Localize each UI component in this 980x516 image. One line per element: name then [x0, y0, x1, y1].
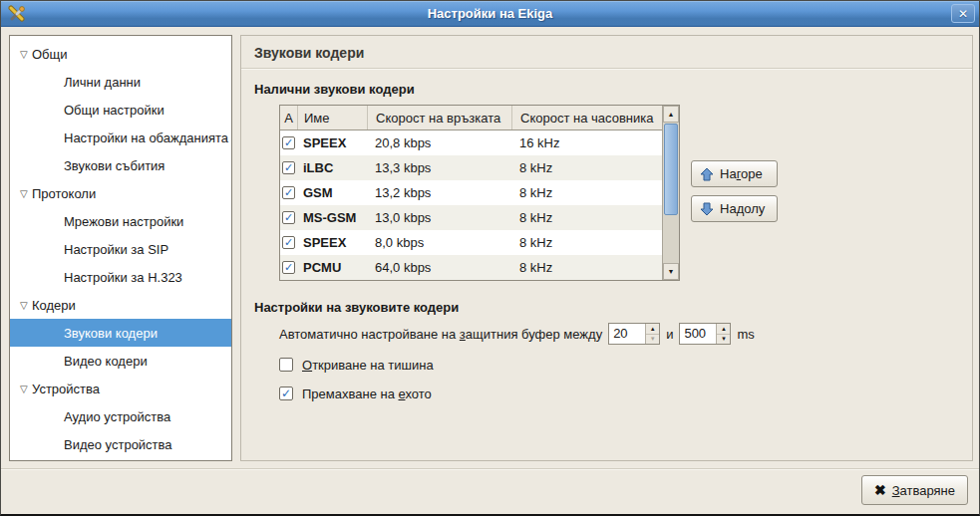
- jitter-buffer-row: Автоматично настройване на защитния буфе…: [279, 323, 972, 345]
- preferences-tree: ▽ Общи Лични данни Общи настройки Настро…: [9, 35, 232, 461]
- column-header-clock-rate[interactable]: Скорост на часовника: [511, 106, 662, 129]
- sidebar-item-video-codecs[interactable]: Видео кодери: [10, 347, 231, 375]
- sidebar-item-sip-settings[interactable]: Настройки за SIP: [10, 235, 231, 263]
- spin-up-icon[interactable]: ▲: [646, 324, 659, 334]
- silence-detection-checkbox[interactable]: [279, 358, 293, 372]
- move-down-button[interactable]: Надолу: [691, 195, 778, 222]
- sidebar-item-video-devices[interactable]: Видео устройства: [10, 430, 231, 458]
- sidebar-item-h323-settings[interactable]: Настройки за H.323: [10, 263, 231, 291]
- codecs-table: А Име Скорост на връзката Скорост на час…: [279, 105, 680, 281]
- sidebar-item-audio-devices[interactable]: Аудио устройства: [10, 402, 231, 430]
- sidebar-item-general-settings[interactable]: Общи настройки: [10, 96, 231, 124]
- codec-enabled-checkbox[interactable]: ✓: [282, 186, 295, 199]
- codec-enabled-checkbox[interactable]: ✓: [282, 211, 295, 224]
- scroll-down-icon[interactable]: ▼: [663, 263, 679, 280]
- sidebar-group-codecs[interactable]: ▽ Кодери: [10, 291, 231, 319]
- window-title: Настройки на Ekiga: [29, 6, 951, 21]
- expander-icon[interactable]: ▽: [10, 188, 32, 199]
- jitter-min-spinbox[interactable]: 20 ▲ ▼: [608, 323, 660, 345]
- footer-actions: ✖ Затваряне: [861, 475, 968, 505]
- column-header-bitrate[interactable]: Скорост на връзката: [367, 106, 511, 129]
- codec-enabled-checkbox[interactable]: ✓: [282, 161, 295, 174]
- table-row[interactable]: ✓ SPEEX 8,0 kbps 8 kHz: [280, 230, 662, 255]
- silence-detection-label: Откриване на тишина: [302, 358, 434, 373]
- move-up-label: Нагоре: [720, 166, 763, 181]
- table-scrollbar[interactable]: ▲ ▼: [662, 106, 679, 280]
- jitter-conjunction: и: [666, 327, 673, 342]
- move-up-button[interactable]: Нагоре: [691, 160, 778, 187]
- table-row[interactable]: ✓ GSM 13,2 kbps 8 kHz: [280, 180, 662, 205]
- up-arrow-icon: [700, 167, 714, 181]
- titlebar: Настройки на Ekiga ✕: [1, 1, 979, 27]
- title-separator: [241, 68, 972, 69]
- table-row[interactable]: ✓ SPEEX 20,8 kbps 16 kHz: [280, 130, 662, 155]
- column-header-name[interactable]: Име: [297, 106, 367, 129]
- codec-enabled-checkbox[interactable]: ✓: [282, 236, 295, 249]
- sidebar-group-protocols[interactable]: ▽ Протоколи: [10, 179, 231, 207]
- codecs-table-header: А Име Скорост на връзката Скорост на час…: [280, 106, 662, 130]
- preferences-window: Настройки на Ekiga ✕ ▽ Общи Лични данни …: [0, 0, 980, 516]
- echo-cancellation-label: Премахване на ехото: [302, 387, 432, 401]
- echo-cancellation-checkbox[interactable]: ✓: [279, 387, 293, 400]
- expander-icon[interactable]: ▽: [10, 300, 32, 311]
- jitter-min-value[interactable]: 20: [609, 324, 645, 344]
- down-arrow-icon: [700, 202, 714, 216]
- jitter-max-value[interactable]: 500: [680, 324, 716, 344]
- sidebar-group-general[interactable]: ▽ Общи: [10, 40, 231, 68]
- sidebar-item-personal-data[interactable]: Лични данни: [10, 68, 231, 96]
- sidebar-item-network-settings[interactable]: Мрежови настройки: [10, 207, 231, 235]
- scroll-up-icon[interactable]: ▲: [663, 106, 679, 123]
- column-header-active[interactable]: А: [280, 106, 297, 129]
- spin-down-icon[interactable]: ▼: [646, 334, 659, 345]
- sidebar-item-audio-codecs[interactable]: Звукови кодери: [10, 319, 231, 347]
- jitter-unit-label: ms: [737, 327, 754, 342]
- table-row[interactable]: ✓ MS-GSM 13,0 kbps 8 kHz: [280, 205, 662, 230]
- sidebar-group-devices[interactable]: ▽ Устройства: [10, 375, 231, 402]
- codec-enabled-checkbox[interactable]: ✓: [282, 136, 295, 149]
- codec-settings-section-label: Настройки на звуковите кодери: [254, 300, 959, 315]
- audio-codecs-panel: Звукови кодери Налични звукови кодери А …: [240, 35, 973, 461]
- expander-icon[interactable]: ▽: [10, 49, 32, 60]
- table-row[interactable]: ✓ PCMU 64,0 kbps 8 kHz: [280, 255, 662, 280]
- close-x-icon: ✖: [874, 482, 886, 498]
- page-title: Звукови кодери: [241, 36, 972, 68]
- close-button[interactable]: ✖ Затваряне: [861, 475, 968, 505]
- sidebar-item-call-options[interactable]: Настройки на обажданията: [10, 124, 231, 151]
- close-icon[interactable]: ✕: [951, 4, 975, 23]
- move-down-label: Надолу: [720, 201, 765, 216]
- spin-up-icon[interactable]: ▲: [717, 324, 730, 334]
- spin-down-icon[interactable]: ▼: [717, 334, 730, 345]
- preferences-tools-icon: [7, 4, 27, 24]
- footer-separator: [1, 468, 979, 469]
- available-codecs-section-label: Налични звукови кодери: [254, 82, 959, 97]
- sidebar-item-sound-events[interactable]: Звукови събития: [10, 151, 231, 179]
- table-row[interactable]: ✓ iLBC 13,3 kbps 8 kHz: [280, 155, 662, 180]
- jitter-max-spinbox[interactable]: 500 ▲ ▼: [679, 323, 731, 345]
- echo-cancellation-option[interactable]: ✓ Премахване на ехото: [279, 385, 972, 402]
- window-content: ▽ Общи Лични данни Общи настройки Настро…: [1, 27, 979, 516]
- expander-icon[interactable]: ▽: [10, 384, 32, 394]
- scrollbar-thumb[interactable]: [664, 124, 678, 215]
- jitter-buffer-label: Автоматично настройване на защитния буфе…: [279, 327, 602, 342]
- codec-enabled-checkbox[interactable]: ✓: [282, 261, 295, 274]
- close-button-label: Затваряне: [892, 483, 955, 498]
- silence-detection-option[interactable]: Откриване на тишина: [279, 356, 972, 374]
